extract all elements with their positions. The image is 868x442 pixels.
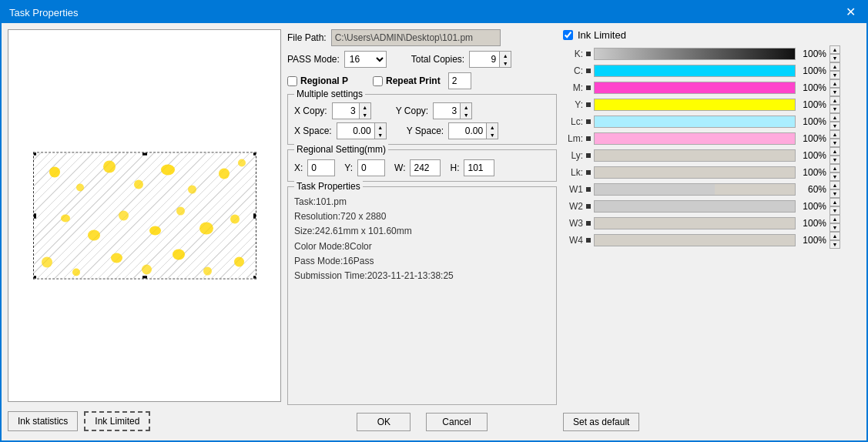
reg-h-input[interactable] bbox=[464, 159, 494, 176]
cancel-button[interactable]: Cancel bbox=[426, 413, 487, 431]
xspace-spin: ▲ ▼ bbox=[337, 122, 387, 139]
ink-down-7[interactable]: ▼ bbox=[829, 172, 840, 181]
reg-w-input[interactable] bbox=[410, 159, 441, 176]
ink-limited-title: Ink Limited bbox=[578, 29, 626, 41]
file-path-input[interactable] bbox=[331, 29, 501, 46]
ink-bar-container-10[interactable] bbox=[594, 217, 796, 229]
pass-mode-label: PASS Mode: bbox=[287, 54, 340, 65]
ink-up-11[interactable]: ▲ bbox=[829, 232, 840, 240]
ink-down-9[interactable]: ▼ bbox=[829, 206, 840, 215]
ink-bar-container-5[interactable] bbox=[594, 132, 796, 145]
xspace-up[interactable]: ▲ bbox=[375, 123, 386, 131]
handle-rm[interactable] bbox=[253, 213, 256, 218]
xspace-input[interactable] bbox=[337, 122, 375, 139]
xspace-down[interactable]: ▼ bbox=[375, 131, 386, 139]
ink-bar-container-9[interactable] bbox=[594, 200, 796, 213]
regional-checkbox[interactable] bbox=[287, 76, 297, 86]
ink-bar-container-11[interactable] bbox=[594, 234, 796, 246]
yspace-down[interactable]: ▼ bbox=[487, 131, 498, 139]
ycopy-down[interactable]: ▼ bbox=[461, 111, 471, 119]
ycopy-label: Y Copy: bbox=[396, 105, 428, 116]
reg-y-input[interactable] bbox=[357, 159, 385, 176]
ink-up-1[interactable]: ▲ bbox=[829, 62, 840, 71]
ink-up-3[interactable]: ▲ bbox=[829, 96, 840, 105]
repeat-checkbox[interactable] bbox=[373, 76, 383, 86]
ink-tick-6 bbox=[586, 153, 591, 158]
total-copies-up[interactable]: ▲ bbox=[500, 52, 511, 59]
ink-up-8[interactable]: ▲ bbox=[829, 181, 840, 189]
ink-down-3[interactable]: ▼ bbox=[829, 105, 840, 113]
handle-tm[interactable] bbox=[142, 152, 147, 156]
yspace-input[interactable] bbox=[448, 122, 487, 139]
ink-bar-container-6[interactable] bbox=[594, 149, 796, 162]
set-as-default-button[interactable]: Set as default bbox=[563, 413, 639, 431]
ink-up-10[interactable]: ▲ bbox=[829, 215, 840, 223]
ink-spin-7: ▲▼ bbox=[829, 164, 840, 181]
reg-x-input[interactable] bbox=[307, 159, 335, 176]
ink-tick-5 bbox=[586, 136, 591, 141]
ink-down-8[interactable]: ▼ bbox=[829, 189, 840, 198]
ink-label-10: W3 bbox=[563, 218, 583, 229]
handle-br[interactable] bbox=[253, 276, 256, 280]
ink-bar-container-8[interactable] bbox=[594, 183, 796, 196]
ink-spin-11: ▲▼ bbox=[829, 232, 840, 249]
handle-tl[interactable] bbox=[33, 152, 36, 156]
yspace-up[interactable]: ▲ bbox=[487, 123, 498, 131]
ink-bar-container-2[interactable] bbox=[594, 82, 796, 94]
ink-down-5[interactable]: ▼ bbox=[829, 139, 840, 147]
ink-up-2[interactable]: ▲ bbox=[829, 79, 840, 88]
ink-limited-button[interactable]: Ink Limited bbox=[84, 411, 150, 431]
xcopy-input[interactable] bbox=[332, 102, 360, 119]
ink-down-0[interactable]: ▼ bbox=[829, 54, 840, 62]
ink-down-10[interactable]: ▼ bbox=[829, 223, 840, 232]
ink-bar-fill-2 bbox=[595, 82, 795, 93]
ink-tick-4 bbox=[586, 119, 591, 124]
ink-row-w3: W3100%▲▼ bbox=[563, 215, 840, 232]
ink-bar-fill-4 bbox=[595, 116, 795, 127]
ink-bar-container-0[interactable] bbox=[594, 48, 796, 60]
set-default-row: Set as default bbox=[563, 407, 840, 434]
ycopy-input[interactable] bbox=[433, 102, 461, 119]
ink-up-6[interactable]: ▲ bbox=[829, 147, 840, 156]
ink-bar-container-3[interactable] bbox=[594, 99, 796, 111]
handle-tr[interactable] bbox=[253, 152, 256, 156]
repeat-value-input[interactable] bbox=[448, 72, 471, 89]
ink-label-1: C: bbox=[563, 65, 583, 76]
ink-percent-9: 100% bbox=[799, 201, 826, 212]
ink-statistics-button[interactable]: Ink statistics bbox=[8, 411, 78, 431]
xcopy-down[interactable]: ▼ bbox=[360, 111, 370, 119]
ink-down-4[interactable]: ▼ bbox=[829, 122, 840, 130]
handle-bl[interactable] bbox=[33, 276, 36, 280]
ink-label-11: W4 bbox=[563, 235, 583, 246]
ink-up-4[interactable]: ▲ bbox=[829, 113, 840, 122]
ink-tick-1 bbox=[586, 69, 591, 73]
total-copies-input[interactable] bbox=[469, 51, 500, 68]
ok-button[interactable]: OK bbox=[357, 413, 411, 431]
reg-x-label: X: bbox=[294, 162, 303, 173]
ink-bar-container-1[interactable] bbox=[594, 65, 796, 77]
ink-down-6[interactable]: ▼ bbox=[829, 156, 840, 164]
ink-up-9[interactable]: ▲ bbox=[829, 198, 840, 206]
ink-label-3: Y: bbox=[563, 99, 583, 110]
ink-limited-checkbox[interactable] bbox=[563, 30, 573, 40]
ycopy-up[interactable]: ▲ bbox=[461, 103, 471, 111]
ink-bar-container-4[interactable] bbox=[594, 116, 796, 128]
ink-up-5[interactable]: ▲ bbox=[829, 130, 840, 139]
ink-down-11[interactable]: ▼ bbox=[829, 240, 840, 249]
ink-down-2[interactable]: ▼ bbox=[829, 88, 840, 96]
ink-down-1[interactable]: ▼ bbox=[829, 71, 840, 79]
ink-spin-0: ▲▼ bbox=[829, 45, 840, 62]
ink-label-8: W1 bbox=[563, 184, 583, 195]
handle-bm[interactable] bbox=[142, 276, 147, 280]
handle-lm[interactable] bbox=[33, 213, 36, 218]
ink-row-k: K:100%▲▼ bbox=[563, 45, 840, 62]
pass-mode-select[interactable]: 16 8 32 bbox=[344, 51, 387, 68]
ink-up-7[interactable]: ▲ bbox=[829, 164, 840, 172]
ink-bar-fill-8 bbox=[595, 184, 715, 195]
ink-bar-container-7[interactable] bbox=[594, 166, 796, 179]
close-button[interactable]: ✕ bbox=[843, 6, 859, 18]
ink-up-0[interactable]: ▲ bbox=[829, 45, 840, 54]
xcopy-up[interactable]: ▲ bbox=[360, 103, 370, 111]
total-copies-down[interactable]: ▼ bbox=[500, 59, 511, 67]
xspace-yspace-row: X Space: ▲ ▼ Y Space: bbox=[294, 122, 550, 139]
